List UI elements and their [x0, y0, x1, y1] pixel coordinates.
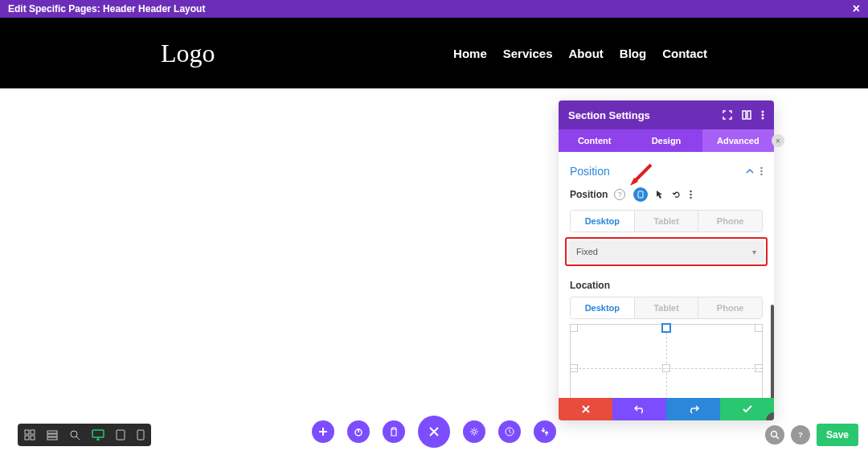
nav: Home Services About Blog Contact	[453, 47, 707, 60]
nav-blog[interactable]: Blog	[620, 47, 646, 60]
svg-rect-1	[747, 111, 751, 119]
svg-rect-18	[47, 437, 57, 440]
header-preview: Logo Home Services About Blog Contact	[0, 18, 868, 88]
svg-rect-15	[31, 436, 35, 440]
device-tab-tablet[interactable]: Tablet	[634, 211, 698, 232]
save-button[interactable]: Save	[817, 424, 858, 446]
svg-rect-12	[25, 430, 29, 434]
svg-point-4	[762, 117, 764, 120]
snap-icon[interactable]	[742, 110, 751, 120]
location-grid[interactable]	[570, 324, 763, 398]
svg-point-9	[690, 191, 693, 193]
layers-icon[interactable]	[47, 429, 58, 441]
history-button[interactable]	[498, 420, 521, 443]
location-device-phone[interactable]: Phone	[698, 297, 762, 318]
zoom-icon[interactable]	[69, 429, 80, 441]
settings-button[interactable]	[463, 420, 485, 443]
svg-rect-14	[25, 436, 29, 440]
section-heading-position[interactable]: Position	[570, 165, 610, 178]
svg-point-19	[71, 431, 77, 437]
panel-scrollbar[interactable]	[771, 305, 774, 398]
redo-button[interactable]	[666, 398, 720, 420]
position-select-highlight: Fixed ▾	[565, 237, 768, 266]
svg-point-5	[760, 167, 763, 170]
help-icon[interactable]: ?	[614, 189, 625, 200]
discard-button[interactable]	[559, 398, 612, 420]
section-menu-icon[interactable]	[760, 166, 763, 176]
close-icon[interactable]: ×	[853, 2, 860, 16]
svg-rect-0	[743, 111, 746, 119]
trash-button[interactable]	[383, 420, 405, 443]
svg-rect-13	[31, 430, 35, 434]
location-device-desktop[interactable]: Desktop	[571, 297, 634, 318]
top-bar-title: Edit Specific Pages: Header Header Layou…	[8, 3, 205, 14]
anchor-top-center[interactable]	[661, 323, 671, 333]
desktop-view-icon[interactable]	[92, 429, 104, 441]
wireframe-icon[interactable]	[24, 429, 35, 441]
view-toolbar	[18, 424, 151, 446]
anchor-top-left[interactable]	[570, 324, 578, 332]
svg-rect-20	[92, 430, 104, 437]
svg-point-10	[690, 194, 693, 196]
position-value: Fixed	[576, 247, 598, 256]
tab-advanced[interactable]: Advanced	[702, 129, 774, 152]
svg-point-7	[760, 174, 763, 176]
phone-view-icon[interactable]	[137, 429, 145, 441]
panel-title: Section Settings	[568, 109, 650, 121]
builder-controls	[312, 416, 556, 448]
panel-close-bubble[interactable]: ×	[772, 134, 784, 147]
position-label: Position	[570, 189, 608, 200]
portability-button[interactable]	[534, 420, 556, 443]
settings-panel: Section Settings Content Design Advanced…	[559, 100, 774, 420]
svg-rect-22	[137, 430, 144, 440]
svg-rect-16	[47, 431, 57, 433]
close-builder-button[interactable]	[418, 416, 450, 448]
tab-design[interactable]: Design	[630, 129, 702, 152]
svg-point-24	[473, 430, 476, 433]
undo-button[interactable]	[612, 398, 666, 420]
svg-rect-8	[638, 191, 643, 198]
anchor-mid-right[interactable]	[755, 364, 763, 372]
nav-services[interactable]: Services	[503, 47, 553, 60]
nav-contact[interactable]: Contact	[662, 47, 707, 60]
anchor-mid-left[interactable]	[570, 364, 578, 372]
anchor-top-right[interactable]	[755, 324, 763, 332]
svg-text:?: ?	[798, 431, 803, 439]
power-button[interactable]	[347, 420, 370, 443]
search-button[interactable]	[765, 425, 784, 445]
svg-point-11	[690, 197, 693, 199]
svg-point-3	[762, 114, 764, 117]
position-select[interactable]: Fixed ▾	[568, 240, 764, 263]
location-device-tabs: Desktop Tablet Phone	[570, 297, 763, 319]
nav-home[interactable]: Home	[453, 47, 487, 60]
responsive-icon[interactable]	[633, 187, 648, 202]
add-button[interactable]	[312, 420, 334, 443]
svg-point-26	[771, 432, 776, 437]
logo: Logo	[161, 39, 215, 68]
svg-rect-17	[47, 434, 57, 436]
help-button[interactable]: ?	[791, 425, 810, 445]
svg-rect-21	[117, 430, 125, 440]
svg-point-6	[760, 170, 763, 173]
expand-icon[interactable]	[723, 110, 732, 120]
svg-point-2	[762, 111, 764, 113]
bottom-right-controls: ? Save	[765, 424, 858, 446]
device-tab-desktop[interactable]: Desktop	[571, 211, 634, 232]
location-label: Location	[570, 280, 610, 291]
panel-menu-icon[interactable]	[761, 110, 764, 120]
select-caret-icon: ▾	[752, 248, 756, 256]
location-device-tablet[interactable]: Tablet	[634, 297, 698, 318]
device-tab-phone[interactable]: Phone	[698, 211, 762, 232]
tab-content[interactable]: Content	[559, 129, 630, 152]
anchor-mid-center[interactable]	[662, 364, 670, 372]
tablet-view-icon[interactable]	[116, 429, 125, 441]
nav-about[interactable]: About	[569, 47, 604, 60]
collapse-icon[interactable]	[746, 169, 754, 174]
hover-icon[interactable]	[656, 190, 664, 199]
position-device-tabs: Desktop Tablet Phone	[570, 210, 763, 232]
reset-icon[interactable]	[672, 190, 682, 199]
field-menu-icon[interactable]	[690, 190, 692, 199]
